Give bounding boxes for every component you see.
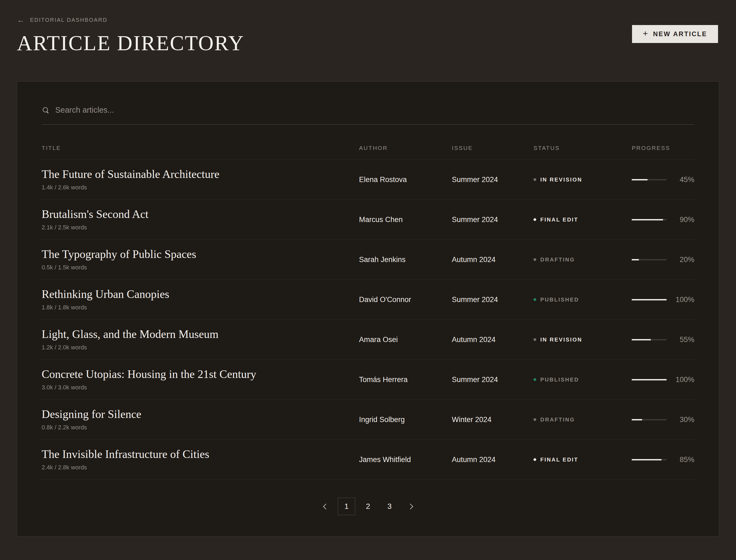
article-word-count: 0.5k / 1.5k words — [42, 264, 359, 271]
article-issue: Summer 2024 — [452, 176, 533, 184]
status-dot-icon — [533, 258, 536, 261]
page-header: ← EDITORIAL DASHBOARD ARTICLE DIRECTORY … — [0, 0, 736, 55]
plus-icon: + — [643, 29, 649, 39]
article-status: DRAFTING — [533, 417, 632, 423]
table-row[interactable]: The Invisible Infrastructure of Cities 2… — [42, 439, 694, 479]
article-title: Light, Glass, and the Modern Museum — [42, 328, 359, 340]
article-word-count: 1.8k / 1.8k words — [42, 304, 359, 311]
table-header: TITLE AUTHOR ISSUE STATUS PROGRESS — [42, 125, 694, 159]
progress-bar — [632, 419, 667, 420]
table-row[interactable]: Rethinking Urban Canopies 1.8k / 1.8k wo… — [42, 279, 694, 319]
article-status: IN REVISION — [533, 177, 632, 183]
breadcrumb[interactable]: ← EDITORIAL DASHBOARD — [17, 17, 718, 23]
article-author: Elena Rostova — [359, 176, 452, 184]
new-article-button[interactable]: + NEW ARTICLE — [632, 25, 718, 43]
table-row[interactable]: Light, Glass, and the Modern Museum 1.2k… — [42, 319, 694, 359]
article-author: James Whitfield — [359, 456, 452, 464]
progress-bar — [632, 219, 667, 220]
article-title: The Future of Sustainable Architecture — [42, 168, 359, 180]
article-progress: 100% — [632, 296, 694, 304]
column-header-progress: PROGRESS — [632, 145, 694, 151]
article-author: Tomás Herrera — [359, 376, 452, 384]
article-author: Amara Osei — [359, 336, 452, 344]
progress-percent: 30% — [680, 416, 694, 424]
search-row — [42, 82, 694, 125]
progress-percent: 85% — [680, 456, 694, 464]
article-word-count: 1.2k / 2.0k words — [42, 344, 359, 351]
article-issue: Autumn 2024 — [452, 256, 533, 264]
pagination-prev-button[interactable] — [316, 498, 334, 515]
article-author: Marcus Chen — [359, 216, 452, 224]
status-dot-icon — [533, 418, 536, 421]
status-label: IN REVISION — [540, 337, 582, 343]
article-issue: Summer 2024 — [452, 216, 533, 224]
article-title: Designing for Silence — [42, 408, 359, 420]
back-arrow-icon[interactable]: ← — [17, 17, 25, 23]
article-status: PUBLISHED — [533, 297, 632, 303]
pagination-page-2[interactable]: 2 — [359, 498, 377, 515]
status-dot-icon — [533, 178, 536, 181]
pagination-page-1[interactable]: 1 — [338, 498, 355, 515]
table-row[interactable]: The Future of Sustainable Architecture 1… — [42, 159, 694, 199]
status-dot-icon — [533, 218, 536, 221]
status-dot-icon — [533, 338, 536, 341]
article-author: Ingrid Solberg — [359, 416, 452, 424]
status-label: DRAFTING — [540, 257, 575, 263]
column-header-title: TITLE — [42, 145, 359, 151]
article-progress: 100% — [632, 376, 694, 384]
article-title: The Typography of Public Spaces — [42, 248, 359, 260]
chevron-right-icon — [407, 503, 413, 509]
table-row[interactable]: Concrete Utopias: Housing in the 21st Ce… — [42, 359, 694, 399]
article-status: FINAL EDIT — [533, 457, 632, 463]
progress-bar — [632, 459, 667, 460]
chevron-left-icon — [323, 503, 329, 509]
pagination-next-button[interactable] — [402, 498, 420, 515]
progress-bar — [632, 379, 667, 380]
table-row[interactable]: Designing for Silence 0.8k / 2.2k words … — [42, 399, 694, 439]
pagination-page-3[interactable]: 3 — [381, 498, 398, 515]
progress-bar — [632, 259, 667, 260]
article-word-count: 3.0k / 3.0k words — [42, 384, 359, 391]
status-label: FINAL EDIT — [540, 457, 578, 463]
article-issue: Autumn 2024 — [452, 336, 533, 344]
article-author: David O'Connor — [359, 296, 452, 304]
articles-panel: TITLE AUTHOR ISSUE STATUS PROGRESS The F… — [17, 81, 719, 537]
article-progress: 85% — [632, 456, 694, 464]
table-row[interactable]: Brutalism's Second Act 2.1k / 2.5k words… — [42, 199, 694, 239]
search-icon — [43, 107, 49, 113]
progress-bar — [632, 179, 667, 180]
article-issue: Summer 2024 — [452, 376, 533, 384]
article-word-count: 2.1k / 2.5k words — [42, 224, 359, 231]
search-input[interactable] — [55, 106, 693, 115]
status-label: DRAFTING — [540, 417, 575, 423]
article-status: FINAL EDIT — [533, 217, 632, 223]
status-label: PUBLISHED — [540, 377, 579, 383]
article-issue: Autumn 2024 — [452, 456, 533, 464]
status-label: IN REVISION — [540, 177, 582, 183]
progress-bar — [632, 299, 667, 300]
status-label: PUBLISHED — [540, 297, 579, 303]
progress-bar — [632, 339, 667, 340]
table-row[interactable]: The Typography of Public Spaces 0.5k / 1… — [42, 239, 694, 279]
article-word-count: 0.8k / 2.2k words — [42, 424, 359, 431]
article-status: PUBLISHED — [533, 377, 632, 383]
column-header-status: STATUS — [533, 145, 632, 151]
progress-percent: 20% — [680, 256, 694, 264]
progress-percent: 90% — [680, 216, 694, 224]
article-title: Brutalism's Second Act — [42, 208, 359, 220]
article-progress: 90% — [632, 216, 694, 224]
article-title: Concrete Utopias: Housing in the 21st Ce… — [42, 368, 359, 380]
breadcrumb-label: EDITORIAL DASHBOARD — [30, 17, 108, 23]
column-header-author: AUTHOR — [359, 145, 452, 151]
article-issue: Winter 2024 — [452, 416, 533, 424]
article-progress: 30% — [632, 416, 694, 424]
progress-percent: 100% — [676, 376, 694, 384]
progress-percent: 45% — [680, 176, 694, 184]
column-header-issue: ISSUE — [452, 145, 533, 151]
article-word-count: 2.4k / 2.8k words — [42, 464, 359, 471]
status-dot-icon — [533, 458, 536, 461]
article-progress: 45% — [632, 176, 694, 184]
status-dot-icon — [533, 378, 536, 381]
article-title: The Invisible Infrastructure of Cities — [42, 448, 359, 460]
new-article-label: NEW ARTICLE — [653, 30, 707, 38]
